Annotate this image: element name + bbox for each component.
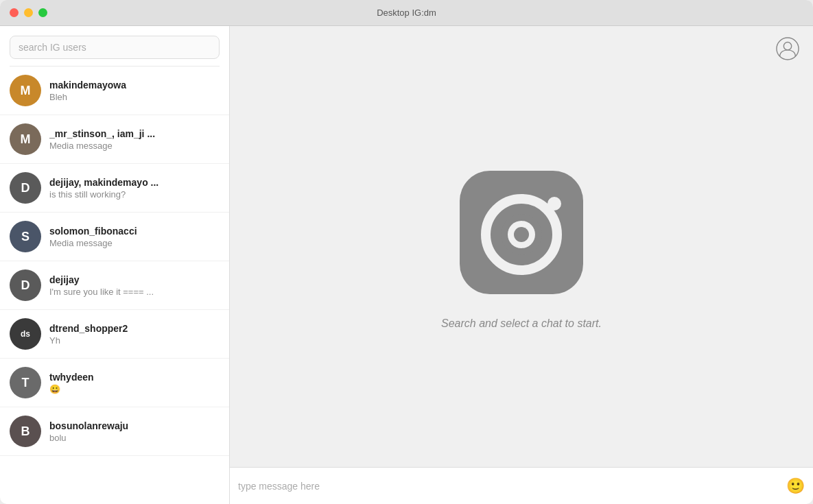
chat-info: bosunolanrewajubolu [49, 420, 220, 443]
message-input[interactable] [238, 481, 779, 492]
chat-name: makindemayowa [49, 80, 220, 91]
search-input[interactable] [10, 36, 220, 59]
chat-item[interactable]: Ssolomon_fibonacciMedia message [0, 213, 229, 261]
svg-point-1 [783, 43, 791, 50]
sidebar: MmakindemayowaBlehM_mr_stinson_, iam_ji … [0, 26, 230, 504]
message-bar: 🙂 [230, 467, 813, 504]
avatar: ds [10, 318, 41, 350]
svg-point-7 [547, 197, 561, 211]
chat-info: dejijayI'm sure you like it ==== ... [49, 274, 220, 297]
empty-state: Search and select a chat to start. [230, 26, 813, 467]
minimize-button[interactable] [24, 8, 33, 17]
close-button[interactable] [10, 8, 19, 17]
chat-info: dejijay, makindemayo ...is this still wo… [49, 177, 220, 200]
window-controls [10, 8, 47, 17]
chat-info: twhydeen😀 [49, 372, 220, 394]
chat-preview: is this still working? [49, 189, 220, 200]
chat-name: dejijay, makindemayo ... [49, 177, 220, 188]
maximize-button[interactable] [38, 8, 47, 17]
empty-state-text: Search and select a chat to start. [441, 317, 602, 330]
chat-preview: I'm sure you like it ==== ... [49, 287, 220, 297]
chat-list: MmakindemayowaBlehM_mr_stinson_, iam_ji … [0, 67, 229, 504]
chat-name: twhydeen [49, 372, 220, 383]
chat-preview: Yh [49, 335, 220, 346]
chat-name: dtrend_shopper2 [49, 323, 220, 334]
svg-point-6 [514, 227, 529, 242]
avatar: M [10, 123, 41, 155]
emoji-icon: 🙂 [786, 477, 805, 494]
avatar: D [10, 172, 41, 204]
app-title: Desktop IG:dm [377, 8, 436, 18]
chat-item[interactable]: Bbosunolanrewajubolu [0, 407, 229, 456]
emoji-button[interactable]: 🙂 [786, 477, 805, 495]
chat-info: makindemayowaBleh [49, 80, 220, 102]
chat-name: solomon_fibonacci [49, 226, 220, 237]
avatar: T [10, 367, 41, 398]
chat-item[interactable]: M_mr_stinson_, iam_ji ...Media message [0, 115, 229, 164]
chat-name: _mr_stinson_, iam_ji ... [49, 128, 220, 139]
main-panel: Search and select a chat to start. 🙂 [230, 26, 813, 504]
chat-info: _mr_stinson_, iam_ji ...Media message [49, 128, 220, 151]
chat-info: dtrend_shopper2Yh [49, 323, 220, 346]
chat-item[interactable]: Ttwhydeen😀 [0, 359, 229, 407]
avatar: M [10, 75, 41, 106]
chat-item[interactable]: MmakindemayowaBleh [0, 67, 229, 115]
person-icon [776, 37, 799, 60]
chat-item[interactable]: dsdtrend_shopper2Yh [0, 310, 229, 359]
chat-item[interactable]: DdejijayI'm sure you like it ==== ... [0, 261, 229, 310]
chat-name: dejijay [49, 274, 220, 285]
chat-preview: Bleh [49, 92, 220, 102]
chat-item[interactable]: Ddejijay, makindemayo ...is this still w… [0, 164, 229, 213]
chat-preview: bolu [49, 433, 220, 443]
search-container [0, 26, 229, 66]
instagram-icon [453, 164, 590, 301]
app-body: MmakindemayowaBlehM_mr_stinson_, iam_ji … [0, 26, 813, 504]
titlebar: Desktop IG:dm [0, 0, 813, 26]
chat-preview: Media message [49, 141, 220, 151]
avatar: S [10, 221, 41, 252]
chat-name: bosunolanrewaju [49, 420, 220, 431]
profile-button[interactable] [775, 36, 801, 62]
chat-preview: 😀 [49, 384, 220, 394]
chat-preview: Media message [49, 238, 220, 248]
avatar: B [10, 416, 41, 447]
avatar: D [10, 269, 41, 301]
chat-info: solomon_fibonacciMedia message [49, 226, 220, 248]
